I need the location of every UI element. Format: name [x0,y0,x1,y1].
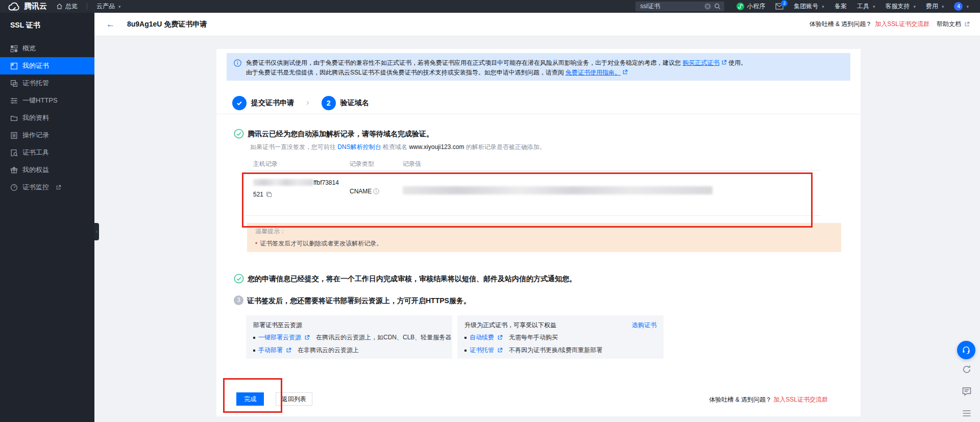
auto-renew-link[interactable]: 自动续费 [470,333,494,342]
host-record-line2: 521 [253,191,263,198]
tools-label: 工具 [857,2,869,11]
external-link-icon [964,21,970,27]
menu-list-icon[interactable] [961,407,973,419]
sidebar-item-my-benefits[interactable]: 我的权益 [0,161,94,179]
dns-console-link[interactable]: DNS解析控制台 [337,143,381,151]
bullet-dot: • [255,240,257,247]
global-search [635,2,724,11]
divider [216,114,861,114]
chevron-down-icon: ▾ [913,4,916,9]
nav-account[interactable]: 4 ▾ [954,2,969,11]
dns-added-section-title: 腾讯云已经为您自动添加解析记录，请等待域名完成验证。 [234,129,433,139]
nav-support[interactable]: 客服支持 ▾ [885,2,916,11]
nav-messages[interactable]: 2 [775,3,783,10]
domain-text: www.xiyouji123.com [409,143,464,151]
banner-text: 使用。 [728,59,747,66]
sidebar-item-operation-log[interactable]: 操作记录 [0,127,94,144]
clear-search-icon[interactable] [704,3,711,10]
warning-item: •证书签发后才可以删除或者更改该解析记录。 [255,239,833,247]
host-record-suffix: ffbf73814 [313,179,339,186]
sidebar-item-label: 我的资料 [22,113,49,122]
external-link-icon [497,335,503,340]
sidebar-collapse-handle[interactable]: ‹ [94,223,99,240]
dns-record-table: 主机记录 记录类型 记录值 ffbf73814 521 [245,157,820,216]
nav-mini-program[interactable]: 小程序 [737,2,765,11]
sidebar-item-label: 概览 [22,44,36,53]
join-group-link[interactable]: 加入SSL证书交流群 [773,396,828,403]
banner-text: 由于免费证书是无偿提供，因此腾讯云SSL证书不提供免费证书的技术支持或安装指导。… [246,69,564,76]
info-circle-icon[interactable] [373,188,379,194]
sidebar-item-cert-monitor[interactable]: 证书监控 [0,179,94,196]
warning-title: 温馨提示： [255,227,833,235]
free-cert-notice-banner: 免费证书仅供测试使用，由于免费证书的兼容性不如正式证书，若将免费证书应用在正式项… [227,53,850,81]
message-badge: 2 [781,0,788,7]
free-cert-guide-link[interactable]: 免费证书使用指南。 [566,69,621,76]
sidebar-item-cert-tools[interactable]: 证书工具 [0,144,94,161]
nav-tools[interactable]: 工具 ▾ [857,2,875,11]
sidebar-item-overview[interactable]: 概览 [0,40,94,57]
buy-cert-link[interactable]: 选购证书 [632,321,656,330]
nav-group-account[interactable]: 集团账号 ▾ [794,2,824,11]
copy-icon[interactable] [266,191,272,197]
icp-label: 备案 [835,2,847,11]
join-group-link[interactable]: 加入SSL证书交流群 [875,20,929,29]
record-type-text: CNAME [350,188,372,195]
step1-check-icon [232,96,247,110]
customer-service-fab[interactable] [957,341,975,359]
nav-products-label: 云产品 [96,2,115,11]
deploy-box-item: 手动部署 在非腾讯云的云资源上 [253,346,445,355]
manual-deploy-link[interactable]: 手动部署 [258,346,283,355]
bullet-square [464,350,467,352]
chevron-down-icon: ▾ [873,4,875,9]
sidebar: SSL 证书 概览 我的证书 证书托管 [0,13,94,422]
feedback-chat-icon[interactable] [961,385,973,398]
layers-icon [10,80,18,87]
table-row: ffbf73814 521 CNAME [245,171,820,216]
done-button[interactable]: 完成 [236,392,264,406]
back-to-list-button[interactable]: 返回列表 [276,392,312,406]
sidebar-item-label: 证书监控 [22,183,49,192]
help-doc-link[interactable]: 帮助文档 [937,20,961,29]
nav-overview-label: 总览 [65,2,78,11]
avatar: 4 [954,2,963,11]
sidebar-item-label: 一键HTTPS [22,96,58,105]
footer-feedback: 体验吐槽 & 遇到问题？ 加入SSL证书交流群 [709,395,828,404]
bullet-square [464,337,467,339]
refresh-version-icon[interactable] [961,363,973,376]
chevron-down-icon: ▾ [966,4,969,9]
cert-hosting-link[interactable]: 证书托管 [470,346,494,355]
nav-divider [87,3,87,10]
group-account-label: 集团账号 [794,2,818,11]
external-link-icon [56,185,61,190]
external-link-icon [304,335,310,340]
external-link-icon [622,69,628,75]
mini-program-icon [737,3,744,10]
search-input[interactable] [639,3,701,11]
deploy-item-desc: 在非腾讯云的云资源上 [298,346,359,355]
deploy-to-cloud-box: 部署证书至云资源 一键部署云资源 在腾讯云的云资源上，如CDN、CLB、轻量服务… [246,315,452,359]
sidebar-item-one-click-https[interactable]: 一键HTTPS [0,92,94,109]
sidebar-item-label: 我的权益 [22,165,49,175]
upgrade-box-item: 自动续费 无需每年手动购买 [464,333,656,342]
table-header-row: 主机记录 记录类型 记录值 [245,157,820,171]
section2-title-text: 您的申请信息已经提交，将在一个工作日内完成审核，审核结果将以短信、邮件及站内信的… [248,274,576,284]
one-click-deploy-link[interactable]: 一键部署云资源 [258,333,301,342]
nav-billing[interactable]: 费用 ▾ [926,2,944,11]
nav-overview[interactable]: 总览 [56,2,78,11]
upgrade-item-desc: 无需每年手动购买 [509,333,558,342]
deploy-section-title: 3 证书签发后，您还需要将证书部署到云资源上，方可开启HTTPS服务。 [234,295,471,306]
back-arrow-icon[interactable]: ← [106,19,115,30]
gauge-icon [10,184,18,191]
step-indicator: 提交证书申请 › 2 验证域名 [232,96,369,110]
sidebar-item-my-certificates[interactable]: 我的证书 [0,57,94,75]
nav-products[interactable]: 云产品 ▾ [96,2,121,11]
upgrade-box-item: 证书托管 不再因为证书更换/续费而重新部署 [464,346,656,355]
sidebar-item-cert-hosting[interactable]: 证书托管 [0,75,94,92]
bullet-square [253,350,255,352]
search-icon[interactable] [714,3,721,10]
tencent-cloud-logo[interactable]: 腾讯云 [7,2,47,11]
sidebar-item-my-profile[interactable]: 我的资料 [0,109,94,127]
buy-formal-cert-link[interactable]: 购买正式证书 [682,59,719,66]
nav-icp[interactable]: 备案 [835,2,847,11]
sidebar-item-label: 证书工具 [22,148,49,157]
